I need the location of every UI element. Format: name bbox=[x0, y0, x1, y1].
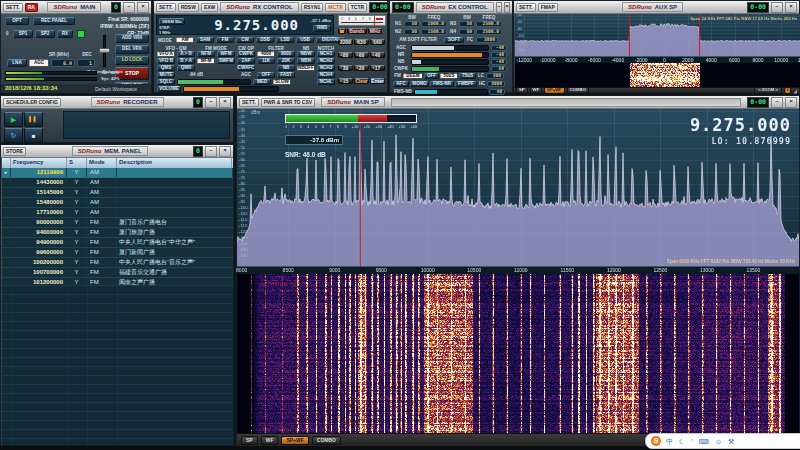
cell-mode[interactable]: AM bbox=[87, 188, 117, 197]
cell-scan[interactable]: Y bbox=[67, 228, 87, 237]
cell-description[interactable] bbox=[117, 188, 233, 197]
aux-spectrum[interactable]: Span 24 KHz FFT 680 Pts RBW 17.65 Hz Mar… bbox=[515, 14, 800, 56]
key-30[interactable]: 730 bbox=[338, 65, 353, 71]
mode-button-sam[interactable]: SAM bbox=[196, 37, 214, 43]
if-gain-slider-handle[interactable] bbox=[99, 48, 110, 53]
cell-description[interactable]: 中央人民广播电台“音乐之声” bbox=[117, 258, 233, 267]
mem-row[interactable]: 99600000YFM厦门新闻广播 bbox=[2, 248, 233, 258]
display-mode-combo[interactable]: COMBO bbox=[312, 436, 341, 445]
cell-mode[interactable]: FM bbox=[87, 268, 117, 277]
cell-frequency[interactable]: 12119999 bbox=[11, 168, 67, 177]
cell-description[interactable] bbox=[117, 198, 233, 207]
row-selector[interactable] bbox=[2, 188, 11, 197]
agc-button[interactable]: AGC bbox=[29, 59, 49, 67]
minimize-button[interactable]: – bbox=[496, 2, 502, 13]
tctr-button[interactable]: TCTR bbox=[348, 3, 367, 12]
close-button[interactable]: × bbox=[137, 2, 149, 13]
rxc-11k[interactable]: 11K bbox=[257, 58, 275, 64]
add-vrx-button[interactable]: ADD VRX bbox=[115, 34, 149, 43]
ime-icon[interactable]: ⚒ bbox=[728, 438, 734, 445]
cell-scan[interactable]: Y bbox=[67, 198, 87, 207]
rxc-exw-button[interactable]: EXW bbox=[201, 3, 218, 12]
cell-description[interactable]: 福建音乐交通广播 bbox=[117, 268, 233, 277]
ex-soft[interactable]: SOFT bbox=[444, 37, 464, 43]
ex-3800[interactable]: 3800 bbox=[476, 37, 498, 43]
rxc-qmr[interactable]: QMR bbox=[177, 65, 195, 71]
rxc-vfo-a[interactable]: VFO A bbox=[157, 51, 175, 57]
rxc-frequency-display[interactable]: 9.275.000 bbox=[214, 17, 299, 33]
ex-agc-48[interactable]: -48 bbox=[491, 45, 507, 51]
minimize-button[interactable]: – bbox=[771, 2, 783, 13]
mem-row[interactable]: 17710000YAM bbox=[2, 208, 233, 218]
main-sett-button[interactable]: SETT. bbox=[3, 3, 23, 12]
main-ra-button[interactable]: RA bbox=[25, 3, 38, 12]
cell-scan[interactable]: Y bbox=[67, 218, 87, 227]
rxc-nch4[interactable]: NCH4 bbox=[317, 72, 335, 78]
numpad-mhz[interactable]: MHz bbox=[368, 28, 382, 34]
ex-fmbpf[interactable]: FMBPF bbox=[455, 81, 477, 87]
ime-logo[interactable]: S bbox=[651, 436, 661, 446]
ex-mono[interactable]: MONO bbox=[410, 81, 429, 87]
cell-scan[interactable]: Y bbox=[67, 178, 87, 187]
key-60[interactable]: 560 bbox=[354, 52, 369, 58]
rxc-zap[interactable]: ZAP bbox=[237, 58, 255, 64]
pwr-snr-csv-button[interactable]: PWR & SNR TO CSV bbox=[261, 98, 316, 107]
dec-value-field[interactable]: 1 bbox=[77, 59, 95, 67]
rxc-cell[interactable] bbox=[177, 79, 251, 85]
rxc-nb[interactable]: NB bbox=[277, 65, 295, 71]
msp-sett-button[interactable]: SETT. bbox=[239, 98, 259, 107]
row-selector[interactable] bbox=[2, 238, 11, 247]
mem-row[interactable]: ▸12119999YAM bbox=[2, 168, 233, 178]
row-selector[interactable] bbox=[2, 268, 11, 277]
rxc-qms[interactable]: QMS bbox=[157, 65, 175, 71]
ex-cwpk-58[interactable]: 58 bbox=[491, 66, 507, 72]
mctr-button[interactable]: MCTR bbox=[325, 3, 345, 12]
key-80[interactable]: 480 bbox=[338, 52, 353, 58]
display-mode-wf[interactable]: WF bbox=[261, 436, 279, 445]
store-button[interactable]: STORE bbox=[3, 147, 26, 156]
cell-mode[interactable]: FM bbox=[87, 218, 117, 227]
row-selector[interactable]: ▸ bbox=[2, 168, 11, 177]
rxc-sqlc[interactable]: SQLC bbox=[157, 79, 175, 85]
rxc-mfm[interactable]: MFM bbox=[197, 58, 215, 64]
aux-zoom-control[interactable]: < ZOOM > bbox=[754, 87, 782, 93]
ime-icon[interactable]: 中 bbox=[666, 438, 673, 445]
close-button[interactable]: × bbox=[219, 146, 231, 157]
cell-mode[interactable]: FM bbox=[87, 258, 117, 267]
row-selector[interactable] bbox=[2, 228, 11, 237]
cell-scan[interactable]: Y bbox=[67, 258, 87, 267]
key-20[interactable]: 820 bbox=[354, 65, 369, 71]
rxc-nbw[interactable]: NBW bbox=[297, 51, 315, 57]
cell-frequency[interactable]: 94900000 bbox=[11, 238, 67, 247]
cell-scan[interactable]: Y bbox=[67, 268, 87, 277]
rxc-4000[interactable]: 4000 bbox=[257, 51, 275, 57]
rxc-a-b[interactable]: A > B bbox=[177, 51, 195, 57]
rxc-cell[interactable] bbox=[183, 86, 279, 92]
ex-nr-48[interactable]: -48 bbox=[491, 52, 507, 58]
rxc-swfm[interactable]: SWFM bbox=[217, 58, 235, 64]
aux-display-mode-sp+wf[interactable]: SP+WF bbox=[544, 87, 565, 93]
rxc-cwpk[interactable]: CWPK bbox=[237, 51, 255, 57]
cell-description[interactable] bbox=[117, 208, 233, 217]
rxc-volume[interactable]: VOLUME bbox=[157, 86, 181, 92]
row-selector[interactable] bbox=[2, 248, 11, 257]
cell-frequency[interactable]: 17710000 bbox=[11, 208, 67, 217]
ex-nr-cell[interactable] bbox=[411, 52, 489, 58]
ex-cwpk-cell[interactable] bbox=[411, 66, 489, 72]
column-header-frequency[interactable]: Frequency bbox=[11, 158, 67, 168]
ex-2500-0[interactable]: 2500.0 bbox=[476, 29, 502, 35]
msp-frequency-display[interactable]: 9.275.000 bbox=[690, 115, 791, 135]
rxc-nch2[interactable]: NCH2 bbox=[317, 58, 335, 64]
play-button[interactable]: ▶ bbox=[4, 112, 23, 127]
mem-row[interactable]: 15480000YAM bbox=[2, 198, 233, 208]
rec-panel-button[interactable]: REC PANEL bbox=[33, 17, 75, 25]
rms-button[interactable]: RMS bbox=[313, 25, 331, 32]
cell-mode[interactable]: AM bbox=[87, 198, 117, 207]
key-630[interactable]: 2630 bbox=[354, 39, 369, 45]
aux-info-button[interactable]: i bbox=[784, 87, 791, 93]
del-vrx-button[interactable]: DEL VRX bbox=[115, 45, 149, 54]
cell-description[interactable] bbox=[117, 178, 233, 187]
rxc-rdsw-button[interactable]: RDSW bbox=[178, 3, 199, 12]
mode-button-am[interactable]: AM bbox=[176, 37, 194, 43]
mem-row[interactable]: 94000000YFM厦门旅游广播 bbox=[2, 228, 233, 238]
